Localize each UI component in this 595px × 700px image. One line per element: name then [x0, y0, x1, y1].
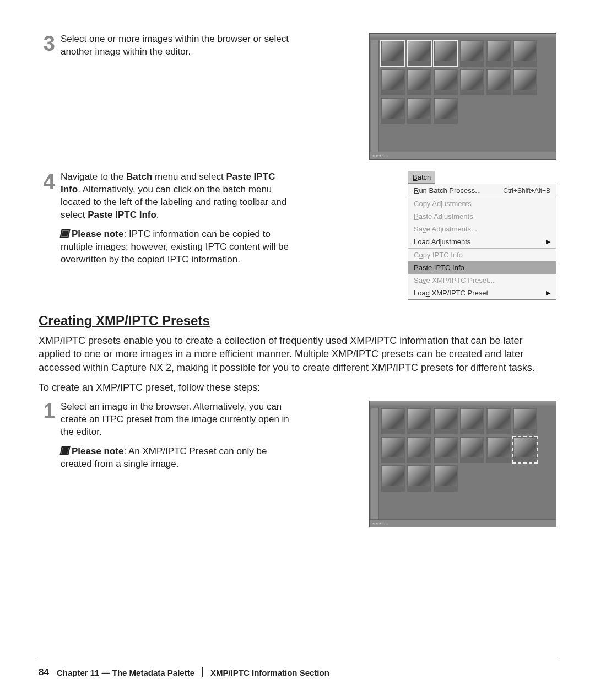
menu-item-load-xmp-iptc-preset: Load XMP/IPTC Preset▶ — [408, 287, 556, 299]
step-number-3: 3 — [39, 33, 55, 54]
step1b-note: Please note: An XMP/IPTC Preset can only… — [61, 445, 292, 471]
note-icon — [60, 446, 70, 455]
menu-item-load-adjustments: Load Adjustments▶ — [408, 235, 556, 248]
footer-chapter: Chapter 11 — The Metadata Palette — [57, 668, 194, 677]
step1b-text: Select an image in the browser. Alternat… — [61, 401, 292, 471]
step3-text: Select one or more images within the bro… — [61, 33, 292, 58]
menu-item-paste-iptc-info: Paste IPTC Info — [408, 261, 556, 274]
step-number-1b: 1 — [39, 401, 55, 422]
step4-note: Please note: IPTC information can be cop… — [61, 228, 292, 266]
menu-item-paste-adjustments: Paste Adjustments — [408, 210, 556, 223]
menu-item-copy-iptc-info: Copy IPTC Info — [408, 248, 556, 261]
screenshot-batch-menu: Batch Run Batch Process...Ctrl+Shift+Alt… — [408, 171, 556, 300]
menu-item-run-batch-process: Run Batch Process...Ctrl+Shift+Alt+B — [408, 184, 556, 197]
footer-section: XMP/IPTC Information Section — [210, 668, 329, 677]
menu-header-batch: Batch — [408, 171, 435, 184]
section-para-1: XMP/IPTC presets enable you to create a … — [39, 334, 556, 374]
page-footer: 84 Chapter 11 — The Metadata Palette XMP… — [39, 661, 556, 678]
menu-item-save-adjustments: Save Adjustments... — [408, 223, 556, 235]
menu-item-save-xmp-iptc-preset: Save XMP/IPTC Preset... — [408, 274, 556, 287]
section-heading-creating-presets: Creating XMP/IPTC Presets — [39, 313, 556, 329]
menu-item-copy-adjustments: Copy Adjustments — [408, 197, 556, 210]
footer-separator — [202, 667, 203, 677]
page-number: 84 — [39, 667, 49, 678]
step4-text: Navigate to the Batch menu and select Pa… — [61, 171, 292, 266]
screenshot-browser-single-select: ★★★☆☆ — [369, 401, 556, 527]
note-icon — [60, 229, 70, 238]
section-para-2: To create an XMP/IPTC preset, follow the… — [39, 381, 556, 394]
step-number-4: 4 — [39, 171, 55, 192]
screenshot-browser-multi-select: ★★★☆☆ — [369, 33, 556, 160]
